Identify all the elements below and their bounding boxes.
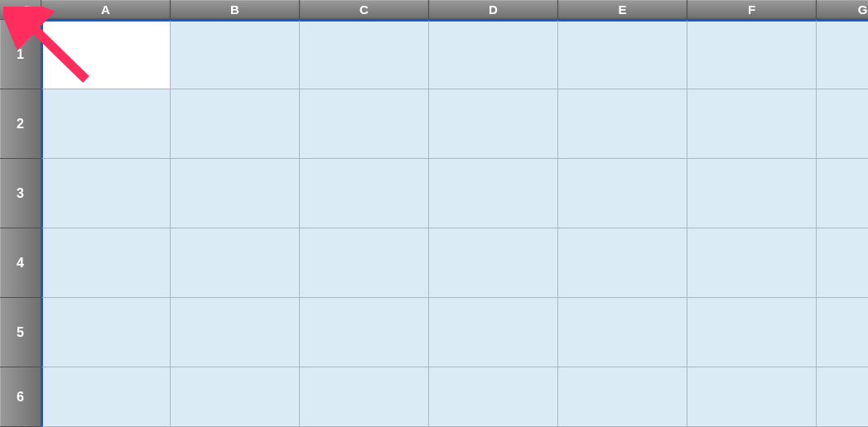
cell-C3[interactable] [300, 159, 429, 228]
cell-C5[interactable] [300, 298, 429, 367]
row-header-4[interactable]: 4 [0, 228, 41, 298]
cell-E2[interactable] [558, 89, 687, 159]
row-header-3[interactable]: 3 [0, 159, 41, 228]
cell-F6[interactable] [687, 367, 817, 427]
col-header-E[interactable]: E [558, 0, 687, 20]
cell-D4[interactable] [429, 228, 558, 298]
cell-C4[interactable] [300, 228, 429, 298]
cell-D1[interactable] [429, 20, 558, 89]
col-header-C[interactable]: C [300, 0, 429, 20]
row-header-1[interactable]: 1 [0, 20, 41, 89]
cell-G1[interactable] [817, 20, 868, 89]
cell-F1[interactable] [687, 20, 817, 89]
cell-A5[interactable] [41, 298, 171, 367]
cell-B1[interactable] [171, 20, 300, 89]
cell-E1[interactable] [558, 20, 687, 89]
cell-F4[interactable] [687, 228, 817, 298]
cell-A2[interactable] [41, 89, 171, 159]
cell-G4[interactable] [817, 228, 868, 298]
row-header-5[interactable]: 5 [0, 298, 41, 367]
col-header-F[interactable]: F [687, 0, 817, 20]
col-header-A[interactable]: A [41, 0, 171, 20]
cell-E6[interactable] [558, 367, 687, 427]
cell-D2[interactable] [429, 89, 558, 159]
col-header-D[interactable]: D [429, 0, 558, 20]
corner-triangle-icon [19, 1, 36, 16]
cell-E4[interactable] [558, 228, 687, 298]
cell-A4[interactable] [41, 228, 171, 298]
cell-C2[interactable] [300, 89, 429, 159]
cell-C1[interactable] [300, 20, 429, 89]
cell-D6[interactable] [429, 367, 558, 427]
cell-F2[interactable] [687, 89, 817, 159]
cell-G3[interactable] [817, 159, 868, 228]
select-all-corner[interactable] [0, 0, 41, 20]
cell-C6[interactable] [300, 367, 429, 427]
row-header-6[interactable]: 6 [0, 367, 41, 427]
cell-D3[interactable] [429, 159, 558, 228]
cell-B6[interactable] [171, 367, 300, 427]
cell-A6[interactable] [41, 367, 171, 427]
cell-E3[interactable] [558, 159, 687, 228]
cell-F3[interactable] [687, 159, 817, 228]
cell-B5[interactable] [171, 298, 300, 367]
cell-G6[interactable] [817, 367, 868, 427]
row-header-2[interactable]: 2 [0, 89, 41, 159]
col-header-B[interactable]: B [171, 0, 300, 20]
cell-F5[interactable] [687, 298, 817, 367]
cell-B2[interactable] [171, 89, 300, 159]
cell-B4[interactable] [171, 228, 300, 298]
cell-E5[interactable] [558, 298, 687, 367]
col-header-G[interactable]: G [817, 0, 868, 20]
cell-D5[interactable] [429, 298, 558, 367]
cell-B3[interactable] [171, 159, 300, 228]
cell-G2[interactable] [817, 89, 868, 159]
cell-A3[interactable] [41, 159, 171, 228]
cell-G5[interactable] [817, 298, 868, 367]
spreadsheet-grid: A B C D E F G 1 2 3 4 5 6 [0, 0, 868, 427]
cell-A1[interactable] [41, 20, 171, 89]
